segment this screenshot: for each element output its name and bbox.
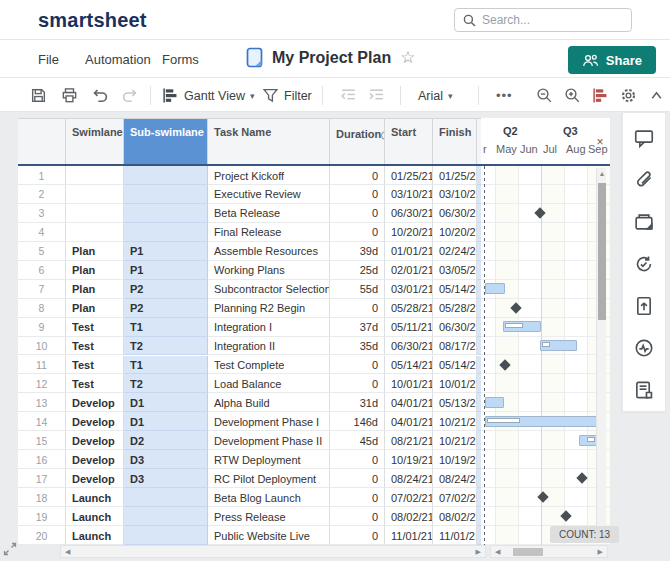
cell-finish[interactable]: 08/17/21 <box>433 337 477 356</box>
cell-sub[interactable]: T1 <box>124 356 208 375</box>
column-header-swimlane[interactable]: Swimlane <box>66 118 124 164</box>
cell-num[interactable]: 4 <box>18 223 66 242</box>
cell-num[interactable]: 5 <box>18 242 66 261</box>
cell-num[interactable]: 16 <box>18 450 66 469</box>
outdent-button[interactable] <box>340 85 357 106</box>
cell-num[interactable]: 13 <box>18 393 66 412</box>
save-button[interactable] <box>30 85 47 106</box>
gantt-row[interactable] <box>481 223 610 242</box>
cell-sub[interactable]: P2 <box>124 280 208 299</box>
cell-duration[interactable]: 55d <box>330 280 385 299</box>
column-header-duration[interactable]: Durationi <box>330 118 385 164</box>
comment-icon[interactable] <box>633 127 657 151</box>
cell-num[interactable]: 14 <box>18 412 66 431</box>
cell-finish[interactable]: 10/21/21 <box>433 431 477 450</box>
cell-num[interactable]: 15 <box>18 431 66 450</box>
scroll-left-arrow[interactable]: ◀ <box>65 548 70 556</box>
cell-duration[interactable]: 0 <box>330 507 385 526</box>
cell-task[interactable]: Development Phase II <box>208 431 330 450</box>
cell-start[interactable]: 04/01/21 <box>385 393 433 412</box>
cell-start[interactable]: 01/01/21 <box>385 242 433 261</box>
cell-sub[interactable] <box>124 488 208 507</box>
search-input[interactable]: Search... <box>454 8 632 32</box>
cell-duration[interactable]: 0 <box>330 488 385 507</box>
cell-swimlane[interactable]: Test <box>66 356 124 375</box>
cell-swimlane[interactable] <box>66 166 124 185</box>
cell-sub[interactable]: T2 <box>124 337 208 356</box>
gantt-row[interactable] <box>481 166 610 185</box>
cell-duration[interactable]: 39d <box>330 242 385 261</box>
gantt-row[interactable] <box>481 261 610 280</box>
cell-start[interactable]: 05/28/21 <box>385 299 433 318</box>
more-options-button[interactable]: ••• <box>496 85 513 106</box>
cell-sub[interactable]: D2 <box>124 431 208 450</box>
cell-start[interactable]: 03/10/21 <box>385 185 433 204</box>
cell-task[interactable]: Final Release <box>208 223 330 242</box>
cell-num[interactable]: 10 <box>18 337 66 356</box>
zoom-out-button[interactable] <box>536 85 553 106</box>
cell-sub[interactable] <box>124 526 208 545</box>
gantt-bar[interactable] <box>485 283 505 294</box>
column-header-finish[interactable]: Finish <box>433 118 477 164</box>
cell-num[interactable]: 7 <box>18 280 66 299</box>
cell-start[interactable]: 10/20/21 <box>385 223 433 242</box>
cell-sub[interactable]: P1 <box>124 242 208 261</box>
share-button[interactable]: Share <box>568 46 656 74</box>
undo-button[interactable] <box>92 85 109 106</box>
cell-task[interactable]: RTW Deployment <box>208 450 330 469</box>
cell-task[interactable]: Load Balance <box>208 374 330 393</box>
cell-task[interactable]: Beta Release <box>208 204 330 223</box>
cell-num[interactable]: 2 <box>18 185 66 204</box>
cell-sub[interactable] <box>124 166 208 185</box>
cell-duration[interactable]: 0 <box>330 166 385 185</box>
cell-duration[interactable]: 0 <box>330 185 385 204</box>
cell-duration[interactable]: 25d <box>330 261 385 280</box>
cell-swimlane[interactable]: Plan <box>66 299 124 318</box>
cell-task[interactable]: Press Release <box>208 507 330 526</box>
cell-task[interactable]: Alpha Build <box>208 393 330 412</box>
filter-button[interactable]: Filter <box>262 85 312 106</box>
column-header-start[interactable]: Start <box>385 118 433 164</box>
cell-task[interactable]: RC Pilot Deployment <box>208 469 330 488</box>
print-button[interactable] <box>61 85 78 106</box>
view-selector[interactable]: Gantt View ▾ <box>162 85 254 106</box>
gantt-bar[interactable] <box>579 435 597 446</box>
gantt-bar[interactable] <box>540 340 577 351</box>
sheet-summary-icon[interactable] <box>633 379 657 403</box>
gantt-row[interactable] <box>481 374 610 393</box>
cell-num[interactable]: 3 <box>18 204 66 223</box>
cell-start[interactable]: 10/01/21 <box>385 374 433 393</box>
cell-sub[interactable] <box>124 507 208 526</box>
cell-start[interactable]: 11/01/21 <box>385 526 433 545</box>
close-icon[interactable]: × <box>593 136 607 150</box>
cell-finish[interactable]: 06/30/21 <box>433 204 477 223</box>
cell-start[interactable]: 08/24/21 <box>385 469 433 488</box>
critical-path-button[interactable] <box>592 85 609 106</box>
scroll-right-arrow[interactable]: ▶ <box>476 548 481 556</box>
horizontal-scroll-thumb[interactable] <box>513 548 543 556</box>
cell-finish[interactable]: 05/14/21 <box>433 280 477 299</box>
cell-swimlane[interactable] <box>66 185 124 204</box>
proofs-icon[interactable] <box>633 211 657 235</box>
cell-task[interactable]: Public Website Live <box>208 526 330 545</box>
gantt-row[interactable] <box>481 299 610 318</box>
update-requests-icon[interactable] <box>633 253 657 277</box>
cell-sub[interactable]: P2 <box>124 299 208 318</box>
cell-sub[interactable]: D3 <box>124 450 208 469</box>
cell-start[interactable]: 05/14/21 <box>385 356 433 375</box>
cell-duration[interactable]: 0 <box>330 374 385 393</box>
cell-start[interactable]: 10/19/21 <box>385 450 433 469</box>
cell-finish[interactable]: 10/01/21 <box>433 374 477 393</box>
cell-task[interactable]: Working Plans <box>208 261 330 280</box>
cell-sub[interactable]: D1 <box>124 393 208 412</box>
scroll-left-arrow[interactable]: ◀ <box>495 548 500 556</box>
cell-sub[interactable] <box>124 185 208 204</box>
cell-finish[interactable]: 10/20/21 <box>433 223 477 242</box>
gantt-bar[interactable] <box>485 416 597 427</box>
cell-start[interactable]: 02/01/21 <box>385 261 433 280</box>
cell-swimlane[interactable]: Develop <box>66 469 124 488</box>
column-header-sub[interactable]: Sub-swimlane <box>124 118 208 164</box>
cell-task[interactable]: Beta Blog Launch <box>208 488 330 507</box>
cell-finish[interactable]: 05/28/21 <box>433 299 477 318</box>
cell-finish[interactable]: 10/19/21 <box>433 450 477 469</box>
